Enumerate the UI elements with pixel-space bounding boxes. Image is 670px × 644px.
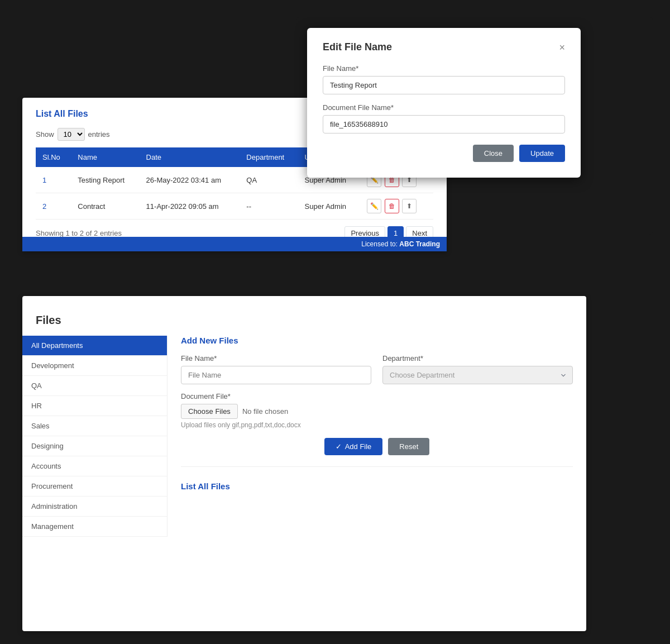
department-col: Department* Choose Department	[382, 354, 573, 384]
no-file-text: No file chosen	[242, 407, 288, 416]
cell-actions: ✏️ 🗑 ⬆	[360, 193, 433, 220]
col-name: Name	[71, 147, 139, 167]
sidebar-item-qa[interactable]: QA	[22, 376, 167, 396]
modal-close-x-button[interactable]: ×	[559, 42, 565, 53]
update-button[interactable]: Update	[519, 145, 565, 162]
col-department: Department	[240, 147, 298, 167]
department-select[interactable]: Choose Department	[382, 366, 573, 384]
list-all-prefix: List All	[181, 481, 208, 491]
doc-file-label: Document File*	[181, 392, 573, 400]
show-label: Show	[36, 130, 54, 139]
form-actions: ✓ Add File Reset	[181, 438, 573, 455]
col-slno: Sl.No	[36, 147, 71, 167]
list-title-prefix: List All	[36, 109, 65, 118]
files-panel: Files All DepartmentsDevelopmentQAHRSale…	[22, 296, 586, 631]
file-name-input[interactable]	[323, 76, 565, 94]
sidebar-item-designing[interactable]: Designing	[22, 436, 167, 456]
cell-date: 11-Apr-2022 09:05 am	[140, 193, 240, 220]
cell-date: 26-May-2022 03:41 am	[140, 167, 240, 193]
sidebar-item-accounts[interactable]: Accounts	[22, 456, 167, 476]
doc-file-name-input[interactable]	[323, 115, 565, 133]
col-date: Date	[140, 147, 240, 167]
list-title-suffix: Files	[68, 109, 88, 118]
add-title-prefix: Add New	[181, 336, 217, 345]
files-layout: All DepartmentsDevelopmentQAHRSalesDesig…	[22, 336, 586, 537]
show-entries: Show 10 entries	[36, 128, 110, 141]
delete-button[interactable]: 🗑	[385, 199, 399, 213]
cell-dept: --	[240, 193, 298, 220]
sidebar-item-procurement[interactable]: Procurement	[22, 476, 167, 497]
doc-file-name-label: Document File Name*	[323, 103, 565, 112]
modal-header: Edit File Name ×	[323, 41, 565, 53]
list-all-files-title: List All Files	[181, 476, 573, 491]
add-files-title: Add New Files	[181, 336, 573, 345]
file-name-col: File Name*	[181, 354, 371, 384]
cell-name: Contract	[71, 193, 139, 220]
sidebar-item-hr[interactable]: HR	[22, 396, 167, 416]
cell-dept: QA	[240, 167, 298, 193]
choose-files-button[interactable]: Choose Files	[181, 404, 238, 419]
sidebar-item-administration[interactable]: Administration	[22, 497, 167, 517]
list-all-suffix: Files	[211, 481, 230, 491]
cell-name: Testing Report	[71, 167, 139, 193]
doc-file-row: Document File* Choose Files No file chos…	[181, 392, 573, 429]
doc-file-name-group: Document File Name*	[323, 103, 565, 133]
edit-modal: Edit File Name × File Name* Document Fil…	[307, 28, 581, 178]
cell-uploaded: Super Admin	[298, 193, 361, 220]
entries-label: entries	[88, 130, 110, 139]
sidebar-item-management[interactable]: Management	[22, 517, 167, 537]
add-file-button[interactable]: ✓ Add File	[324, 438, 383, 455]
showing-text: Showing 1 to 2 of 2 entries	[36, 229, 122, 237]
main-content: Add New Files File Name* Department* Cho…	[168, 336, 586, 537]
department-label: Department*	[382, 354, 573, 362]
file-input-wrapper: Choose Files No file chosen	[181, 404, 573, 419]
sidebar-item-all-departments[interactable]: All Departments	[22, 336, 167, 356]
show-select[interactable]: 10	[58, 128, 85, 141]
table-row: 2 Contract 11-Apr-2022 09:05 am -- Super…	[36, 193, 433, 220]
cell-sl: 1	[36, 167, 71, 193]
page-heading: Files	[22, 307, 586, 327]
license-bar: Licensed to: ABC Trading	[22, 237, 447, 251]
file-name-group: File Name*	[323, 64, 565, 94]
license-company: ABC Trading	[399, 240, 440, 248]
checkmark-icon: ✓	[336, 442, 342, 451]
file-hint: Upload files only gif,png,pdf,txt,doc,do…	[181, 421, 573, 429]
reset-button[interactable]: Reset	[388, 438, 429, 455]
sidebar-item-development[interactable]: Development	[22, 356, 167, 376]
modal-footer: Close Update	[323, 145, 565, 162]
file-name-label: File Name*	[323, 64, 565, 73]
add-file-label: Add File	[345, 442, 372, 451]
sidebar: All DepartmentsDevelopmentQAHRSalesDesig…	[22, 336, 168, 537]
edit-button[interactable]: ✏️	[367, 199, 381, 213]
license-prefix: Licensed to:	[361, 240, 398, 248]
move-button[interactable]: ⬆	[402, 199, 417, 213]
form-row-1: File Name* Department* Choose Department	[181, 354, 573, 384]
add-file-name-input[interactable]	[181, 366, 371, 384]
add-title-suffix: Files	[219, 336, 238, 345]
modal-title: Edit File Name	[323, 41, 392, 53]
add-files-section: Add New Files File Name* Department* Cho…	[181, 336, 573, 467]
cell-sl: 2	[36, 193, 71, 220]
sidebar-item-sales[interactable]: Sales	[22, 416, 167, 436]
add-file-name-label: File Name*	[181, 354, 371, 362]
close-button[interactable]: Close	[473, 145, 514, 162]
